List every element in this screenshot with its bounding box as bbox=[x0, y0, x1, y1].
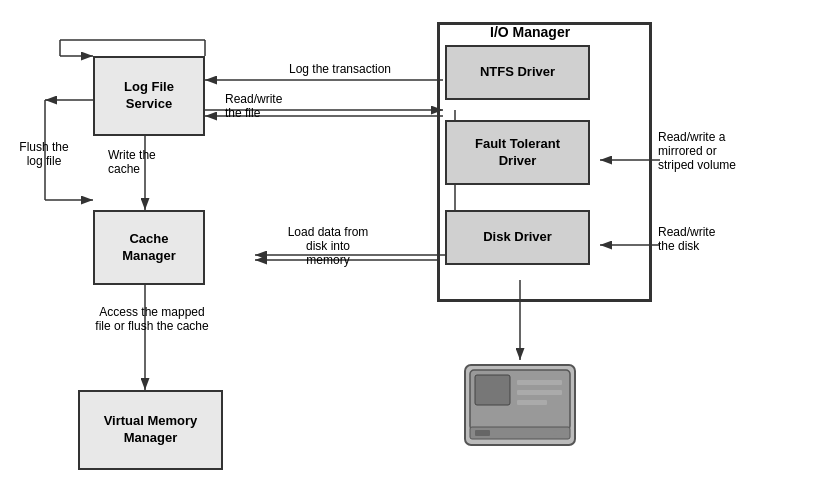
fault-tolerant-driver-box: Fault TolerantDriver bbox=[445, 120, 590, 185]
diagram: I/O Manager Log FileService CacheManager… bbox=[0, 0, 816, 501]
io-manager-label: I/O Manager bbox=[490, 24, 570, 40]
ntfs-driver-box: NTFS Driver bbox=[445, 45, 590, 100]
svg-rect-23 bbox=[475, 375, 510, 405]
access-mapped-label: Access the mappedfile or flush the cache bbox=[52, 305, 252, 333]
disk-icon bbox=[455, 355, 585, 455]
readwrite-disk-label: Read/writethe disk bbox=[658, 225, 788, 253]
svg-rect-27 bbox=[475, 430, 490, 436]
disk-driver-box: Disk Driver bbox=[445, 210, 590, 265]
cache-manager-box: CacheManager bbox=[93, 210, 205, 285]
svg-rect-24 bbox=[517, 380, 562, 385]
svg-rect-26 bbox=[517, 400, 547, 405]
svg-point-28 bbox=[552, 430, 558, 436]
load-data-label: Load data fromdisk intomemory bbox=[258, 225, 398, 267]
flush-log-label: Flush thelog file bbox=[0, 140, 88, 168]
write-cache-label: Write thecache bbox=[108, 148, 198, 176]
svg-rect-25 bbox=[517, 390, 562, 395]
virtual-memory-manager-box: Virtual MemoryManager bbox=[78, 390, 223, 470]
log-transaction-label: Log the transaction bbox=[250, 62, 430, 76]
log-file-service-box: Log FileService bbox=[93, 56, 205, 136]
readwrite-mirrored-label: Read/write amirrored orstriped volume bbox=[658, 130, 803, 172]
readwrite-file-label: Read/writethe file bbox=[225, 92, 335, 120]
